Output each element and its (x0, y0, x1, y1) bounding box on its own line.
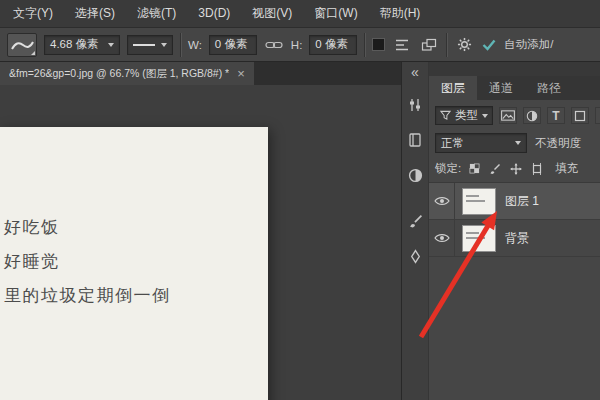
blend-mode-value: 正常 (441, 136, 464, 151)
brushes-panel-icon[interactable] (405, 211, 425, 231)
image-text-line: 里的垃圾定期倒一倒 (4, 279, 268, 313)
filter-shape-icon[interactable] (571, 107, 589, 124)
chevron-down-icon (108, 43, 114, 47)
properties-panel-icon[interactable] (405, 95, 425, 115)
chevron-down-icon (515, 141, 521, 145)
adjustments-panel-icon[interactable] (405, 165, 425, 185)
chevron-down-icon (161, 43, 167, 47)
eye-icon (434, 232, 450, 244)
menu-3d[interactable]: 3D(D) (187, 0, 241, 27)
link-dimensions-icon[interactable] (264, 35, 284, 55)
eye-icon (434, 195, 450, 207)
menu-filter[interactable]: 滤镜(T) (126, 0, 187, 27)
height-label: H: (291, 39, 303, 51)
separator (364, 33, 365, 57)
menu-bar: 文字(Y) 选择(S) 滤镜(T) 3D(D) 视图(V) 窗口(W) 帮助(H… (0, 0, 600, 28)
layers-list: 图层 1 背景 (429, 183, 600, 400)
stroke-width-combo[interactable]: 4.68 像素 (44, 35, 120, 55)
filter-type-icon[interactable]: T (547, 107, 565, 124)
layer-name: 背景 (505, 230, 529, 247)
menu-window[interactable]: 窗口(W) (303, 0, 368, 27)
canvas-area[interactable]: 好吃饭 好睡觉 里的垃圾定期倒一倒 (0, 85, 401, 400)
tool-preset-picker[interactable] (7, 33, 37, 57)
separator (180, 33, 181, 57)
document-image[interactable]: 好吃饭 好睡觉 里的垃圾定期倒一倒 (0, 127, 268, 400)
path-operations-button[interactable] (372, 38, 385, 51)
menu-help[interactable]: 帮助(H) (369, 0, 432, 27)
lock-artboard-icon[interactable] (529, 161, 545, 176)
path-arrange-button[interactable] (419, 35, 439, 55)
paths-panel-icon[interactable] (405, 246, 425, 266)
layer-thumbnail[interactable] (462, 188, 496, 215)
document-title: &fm=26&gp=0.jpg @ 66.7% (图层 1, RGB/8#) * (9, 67, 229, 81)
chevron-down-icon (31, 51, 35, 55)
document-tab-bar: &fm=26&gp=0.jpg @ 66.7% (图层 1, RGB/8#) *… (0, 62, 401, 85)
filter-adjustment-icon[interactable] (523, 107, 541, 124)
lock-position-icon[interactable] (508, 161, 524, 176)
blend-mode-combo[interactable]: 正常 (435, 133, 527, 153)
main-area: &fm=26&gp=0.jpg @ 66.7% (图层 1, RGB/8#) *… (0, 62, 600, 400)
document-tab[interactable]: &fm=26&gp=0.jpg @ 66.7% (图层 1, RGB/8#) *… (0, 62, 254, 85)
collapse-panels-button[interactable]: « (411, 65, 419, 80)
libraries-panel-icon[interactable] (405, 130, 425, 150)
funnel-icon (440, 110, 451, 121)
auto-add-label: 自动添加/ (504, 37, 553, 52)
chevron-down-icon (482, 114, 488, 118)
image-text-line: 好吃饭 (4, 211, 268, 245)
check-icon (482, 39, 496, 51)
layer-row-layer1[interactable]: 图层 1 (429, 183, 600, 220)
layer-name: 图层 1 (505, 193, 539, 210)
tab-layers[interactable]: 图层 (429, 76, 477, 100)
options-bar: 4.68 像素 W: 0 像素 H: 0 像素 (0, 28, 600, 62)
width-label: W: (188, 39, 202, 51)
lock-label: 锁定: (435, 161, 461, 176)
layer-filter-row: 类型 T (429, 100, 600, 130)
align-icon (394, 38, 410, 52)
filter-toggle-icon[interactable] (595, 107, 600, 124)
panel-icon-strip: « (402, 62, 429, 400)
panel-tab-bar: 图层 通道 路径 (429, 76, 600, 100)
tab-channels[interactable]: 通道 (477, 76, 525, 100)
fill-label: 填充 (555, 161, 578, 176)
visibility-toggle[interactable] (429, 183, 455, 219)
close-icon[interactable]: × (237, 67, 245, 80)
panel-top-gap (429, 62, 600, 76)
filter-label: 类型 (455, 108, 478, 123)
solid-line-icon (133, 44, 155, 46)
menu-view[interactable]: 视图(V) (241, 0, 303, 27)
blend-mode-row: 正常 不透明度 (429, 130, 600, 157)
path-alignment-button[interactable] (392, 35, 412, 55)
menu-select[interactable]: 选择(S) (64, 0, 126, 27)
lock-pixels-icon[interactable] (487, 161, 503, 176)
visibility-toggle[interactable] (429, 220, 455, 256)
height-input[interactable]: 0 像素 (309, 35, 357, 55)
document-area: &fm=26&gp=0.jpg @ 66.7% (图层 1, RGB/8#) *… (0, 62, 402, 400)
image-text-line: 好睡觉 (4, 245, 268, 279)
layer-filter-combo[interactable]: 类型 (435, 106, 493, 125)
gear-icon[interactable] (454, 35, 474, 55)
layers-panel-body: 类型 T (429, 100, 600, 400)
lock-row: 锁定: (429, 157, 600, 183)
stroke-type-combo[interactable] (127, 35, 173, 55)
photoshop-window: 文字(Y) 选择(S) 滤镜(T) 3D(D) 视图(V) 窗口(W) 帮助(H… (0, 0, 600, 400)
layer-row-background[interactable]: 背景 (429, 220, 600, 257)
opacity-label: 不透明度 (535, 136, 581, 151)
lock-transparency-icon[interactable] (466, 161, 482, 176)
width-value: 0 像素 (215, 37, 248, 52)
separator (446, 33, 447, 57)
stroke-width-value: 4.68 像素 (50, 37, 99, 52)
tab-paths[interactable]: 路径 (525, 76, 573, 100)
filter-image-icon[interactable] (499, 107, 517, 124)
height-value: 0 像素 (315, 37, 348, 52)
width-input[interactable]: 0 像素 (209, 35, 257, 55)
auto-add-checkbox[interactable] (481, 37, 497, 53)
arrange-layers-icon (421, 38, 437, 52)
menu-type[interactable]: 文字(Y) (2, 0, 64, 27)
image-text-block: 好吃饭 好睡觉 里的垃圾定期倒一倒 (0, 127, 268, 313)
layers-panel: 图层 通道 路径 类型 (429, 62, 600, 400)
layer-thumbnail[interactable] (462, 225, 496, 252)
